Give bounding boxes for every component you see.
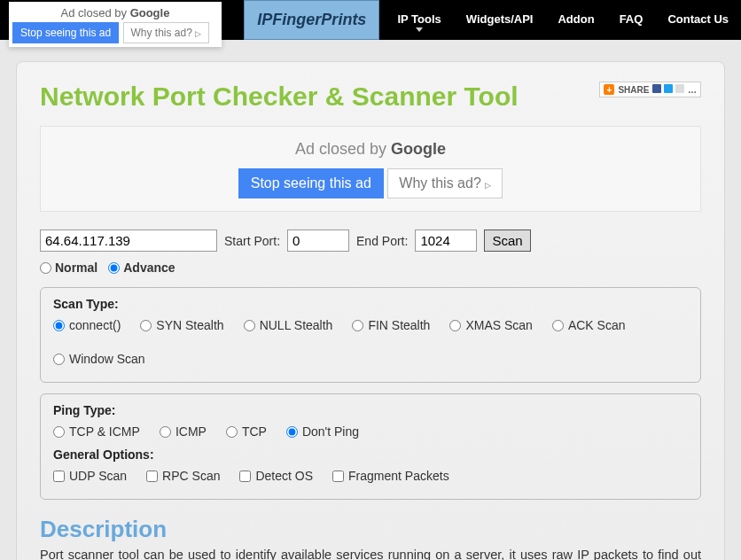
opt-fragment-label: Fragment Packets: [348, 469, 449, 483]
center-why-this-ad-button[interactable]: Why this ad? ▷: [387, 168, 503, 198]
nav-group: IPFingerPrints IP Tools Widgets/API Addo…: [244, 0, 741, 40]
share-more-icon[interactable]: …: [688, 85, 697, 95]
scan-type-ack-radio[interactable]: [552, 320, 564, 331]
nav-widgets-api[interactable]: Widgets/API: [454, 0, 546, 40]
ip-address-input[interactable]: [40, 229, 217, 252]
ping-dont[interactable]: Don't Ping: [286, 424, 359, 439]
opt-udp-scan[interactable]: UDP Scan: [53, 469, 127, 483]
description-text: Port scanner tool can be used to identif…: [40, 547, 701, 560]
google-brand-2: Google: [391, 140, 446, 158]
scan-type-xmas[interactable]: XMAS Scan: [449, 318, 532, 332]
ad-closed-label: Ad closed by Google: [12, 5, 218, 22]
ping-type-title: Ping Type:: [53, 403, 688, 417]
ping-tcp-icmp-label: TCP & ICMP: [69, 424, 140, 439]
mode-advance-radio[interactable]: [108, 262, 120, 274]
ping-icmp-radio[interactable]: [160, 426, 171, 438]
ping-tcp[interactable]: TCP: [226, 424, 267, 439]
mode-advance[interactable]: Advance: [108, 261, 175, 275]
scan-type-fieldset: Scan Type: connect() SYN Stealth NULL St…: [40, 287, 701, 383]
top-ad-panel: Ad closed by Google Stop seeing this ad …: [9, 2, 222, 47]
scan-type-fin[interactable]: FIN Stealth: [352, 318, 430, 332]
page-content: Network Port Checker & Scanner Tool + SH…: [16, 61, 725, 560]
scan-type-xmas-radio[interactable]: [449, 320, 461, 331]
why-this-ad-button[interactable]: Why this ad? ▷: [123, 22, 210, 43]
scan-button[interactable]: Scan: [484, 229, 530, 252]
scan-type-syn-radio[interactable]: [140, 320, 152, 331]
facebook-icon[interactable]: [652, 84, 661, 93]
opt-detect-os-check[interactable]: [239, 471, 251, 482]
ping-tcp-icmp-radio[interactable]: [53, 426, 65, 438]
ping-dont-label: Don't Ping: [302, 424, 359, 439]
mode-normal-label: Normal: [55, 261, 98, 275]
opt-rpc-scan-check[interactable]: [146, 471, 158, 482]
center-ad-panel: Ad closed by Google Stop seeing this ad …: [40, 126, 701, 212]
site-logo[interactable]: IPFingerPrints: [244, 0, 379, 40]
page-title: Network Port Checker & Scanner Tool: [40, 82, 519, 112]
ping-icmp-label: ICMP: [176, 424, 207, 439]
scan-type-fin-label: FIN Stealth: [368, 318, 430, 332]
page-header-row: Network Port Checker & Scanner Tool + SH…: [40, 82, 701, 126]
nav-ip-tools[interactable]: IP Tools: [385, 0, 453, 40]
scan-type-ack[interactable]: ACK Scan: [552, 318, 626, 332]
opt-fragment[interactable]: Fragment Packets: [332, 469, 449, 483]
ping-icmp[interactable]: ICMP: [160, 424, 207, 439]
scan-type-window[interactable]: Window Scan: [53, 352, 145, 366]
general-options-row: UDP Scan RPC Scan Detect OS Fragment Pac…: [53, 469, 688, 483]
description-heading: Description: [40, 516, 701, 543]
ping-general-fieldset: Ping Type: TCP & ICMP ICMP TCP Don't Pin…: [40, 393, 701, 500]
scan-type-title: Scan Type:: [53, 297, 688, 311]
opt-rpc-scan-label: RPC Scan: [162, 469, 220, 483]
google-brand: Google: [130, 6, 170, 19]
ping-tcp-icmp[interactable]: TCP & ICMP: [53, 424, 140, 439]
share-widget[interactable]: + SHARE …: [599, 82, 701, 97]
center-play-triangle-icon: ▷: [485, 181, 491, 190]
center-ad-closed-label: Ad closed by Google: [53, 139, 688, 161]
stop-seeing-ad-button[interactable]: Stop seeing this ad: [12, 22, 119, 43]
scan-type-window-radio[interactable]: [53, 354, 65, 365]
play-triangle-icon: ▷: [195, 29, 201, 38]
mode-advance-label: Advance: [123, 261, 175, 275]
scan-inputs-row: Start Port: End Port: Scan: [40, 229, 701, 252]
ad-closed-prefix-2: Ad closed by: [295, 140, 391, 158]
opt-detect-os[interactable]: Detect OS: [239, 469, 313, 483]
scan-type-null[interactable]: NULL Stealth: [244, 318, 333, 332]
center-stop-seeing-ad-button[interactable]: Stop seeing this ad: [238, 168, 384, 198]
scan-type-null-radio[interactable]: [244, 320, 255, 331]
scan-type-connect-label: connect(): [69, 318, 121, 332]
general-options-title: General Options:: [53, 447, 688, 462]
start-port-input[interactable]: [287, 229, 349, 252]
nav-faq[interactable]: FAQ: [607, 0, 656, 40]
ping-dont-radio[interactable]: [286, 426, 298, 438]
end-port-label: End Port:: [356, 234, 408, 248]
twitter-icon[interactable]: [664, 84, 673, 93]
scan-type-fin-radio[interactable]: [352, 320, 363, 331]
opt-udp-scan-check[interactable]: [53, 471, 65, 482]
ping-tcp-radio[interactable]: [226, 426, 238, 438]
scan-type-window-label: Window Scan: [69, 352, 145, 366]
ad-closed-prefix: Ad closed by: [61, 6, 130, 19]
scan-type-xmas-label: XMAS Scan: [465, 318, 532, 332]
end-port-input[interactable]: [415, 229, 477, 252]
why-ad-label: Why this ad?: [131, 27, 192, 39]
scan-type-ack-label: ACK Scan: [568, 318, 626, 332]
nav-addon[interactable]: Addon: [545, 0, 606, 40]
share-label: SHARE: [618, 85, 649, 95]
scan-type-options: connect() SYN Stealth NULL Stealth FIN S…: [53, 318, 688, 366]
scan-type-connect[interactable]: connect(): [53, 318, 121, 332]
nav-contact-us[interactable]: Contact Us: [655, 0, 741, 40]
mode-normal[interactable]: Normal: [40, 261, 98, 275]
ping-tcp-label: TCP: [242, 424, 267, 439]
center-why-ad-label: Why this ad?: [399, 175, 480, 191]
scan-type-connect-radio[interactable]: [53, 320, 65, 331]
opt-rpc-scan[interactable]: RPC Scan: [146, 469, 220, 483]
ping-type-options: TCP & ICMP ICMP TCP Don't Ping: [53, 424, 688, 439]
opt-udp-scan-label: UDP Scan: [69, 469, 127, 483]
share-icons-group: [652, 84, 684, 95]
addthis-plus-icon: +: [604, 84, 614, 95]
mode-normal-radio[interactable]: [40, 262, 51, 274]
scan-type-syn-label: SYN Stealth: [156, 318, 223, 332]
scan-type-syn[interactable]: SYN Stealth: [140, 318, 223, 332]
scan-type-null-label: NULL Stealth: [260, 318, 333, 332]
email-icon[interactable]: [675, 84, 684, 93]
opt-fragment-check[interactable]: [332, 471, 344, 482]
